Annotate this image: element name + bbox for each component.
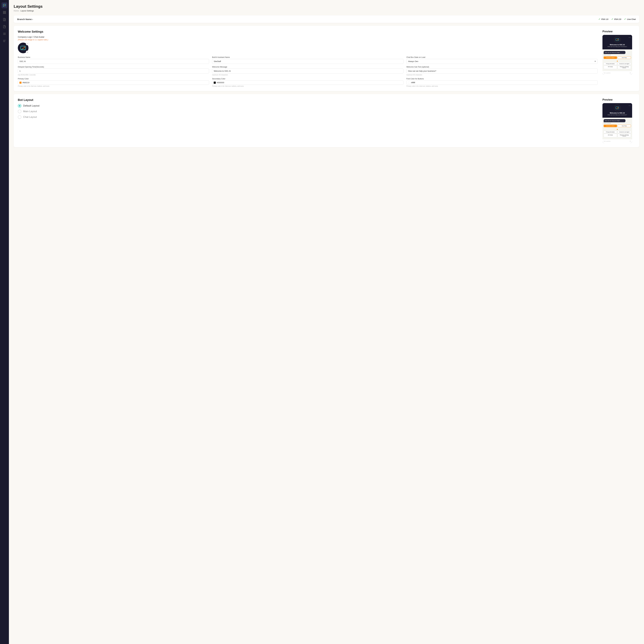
welcome-sub-hint: maximum 50 characters bbox=[406, 74, 598, 76]
radio-main[interactable] bbox=[18, 110, 21, 113]
check-icon-vsa1: ✓ bbox=[598, 18, 600, 20]
font-color-input-wrapper[interactable] bbox=[406, 80, 598, 85]
business-name-input[interactable] bbox=[18, 59, 209, 64]
field-chat-state: Chat Box State on Load Always Oen bbox=[406, 56, 598, 64]
welcome-sub-input[interactable] bbox=[406, 69, 598, 73]
layout-option-default-label: Default Layout bbox=[23, 104, 39, 107]
chat-buttons-row3-1: Job Inquiry Request a Strategy Session bbox=[604, 65, 631, 69]
inquiry-btn-2[interactable]: Job Inquiry bbox=[604, 134, 617, 137]
font-color-text[interactable] bbox=[411, 81, 596, 84]
field-font-color: Font Color for Buttons Primary color is … bbox=[406, 78, 598, 87]
preview1-avatar bbox=[614, 36, 621, 43]
layout-option-chat-label: Chat Layout bbox=[23, 116, 37, 119]
sidebar bbox=[0, 0, 9, 644]
radio-default[interactable] bbox=[18, 104, 21, 108]
pricing-btn-2[interactable]: Pricing Information bbox=[604, 131, 617, 133]
delay-label: Delayed Opening Time(Seconds) bbox=[18, 66, 209, 68]
chat-time-1: SSC 11:05 AM bbox=[604, 54, 631, 55]
field-secondary-color: Secondary Color Primary color is for cha… bbox=[212, 78, 403, 87]
breadcrumb-home[interactable]: Home bbox=[14, 10, 19, 12]
chat-preview-1: — Welcome to SSC.AI How can we help your… bbox=[602, 35, 632, 75]
sidebar-item-doc1[interactable] bbox=[1, 17, 7, 23]
check-icon-livechat: ✓ bbox=[624, 18, 626, 20]
font-color-label: Font Color for Buttons bbox=[406, 78, 598, 80]
schedule-btn-1[interactable]: Schedule a Demo bbox=[604, 56, 617, 59]
chat-buttons-row1-1: Schedule a Demo View FAQs bbox=[604, 56, 631, 59]
minimize-icon-2[interactable]: — bbox=[629, 104, 631, 107]
secondary-color-text[interactable] bbox=[217, 81, 402, 84]
send-icon-2[interactable]: ⊙ bbox=[630, 140, 631, 142]
preview2-welcome-subtitle: How can we help your business? bbox=[604, 114, 630, 116]
radio-chat[interactable] bbox=[18, 115, 21, 119]
main-content: Layout Settings Home - Layout Settings B… bbox=[9, 0, 644, 644]
agent-btn-1[interactable]: Connect to Live Agent bbox=[618, 62, 631, 65]
chat-state-select[interactable]: Always Oen bbox=[406, 59, 598, 64]
agent-btn-2[interactable]: Connect to Live Agent bbox=[618, 131, 631, 133]
business-name-label: Business Name bbox=[18, 56, 209, 58]
branch-bar: Branch Name:- ✓ VSA 1.0 ✓ VSA 2.0 ✓ Live… bbox=[14, 15, 639, 23]
chat-message-2: How can we help you today? bbox=[604, 119, 625, 122]
chat-state-label: Chat Box State on Load bbox=[406, 56, 598, 58]
secondary-color-swatch bbox=[214, 82, 216, 84]
svg-point-18 bbox=[618, 39, 618, 39]
field-welcome-msg: Welcome Message maximum 35 characters bbox=[212, 66, 403, 76]
avatar-delete-button[interactable]: ✕ bbox=[26, 51, 29, 54]
schedule-btn-2[interactable]: Schedule a Demo bbox=[604, 125, 617, 127]
font-color-swatch bbox=[408, 82, 410, 84]
preview2-panel: Preview — Welcome to SSC.AI How can we h… bbox=[602, 98, 635, 143]
breadcrumb-current: Layout Settings bbox=[20, 10, 34, 12]
field-bot-name: Bot/AI Assistant Name bbox=[212, 56, 403, 64]
strategy-btn-1[interactable]: Request a Strategy Session bbox=[618, 65, 631, 69]
inquiry-btn-1[interactable]: Job Inquiry bbox=[604, 65, 617, 69]
sidebar-item-list1[interactable] bbox=[1, 31, 7, 37]
layout-option-default[interactable]: Default Layout bbox=[18, 104, 598, 108]
sidebar-item-list2[interactable] bbox=[1, 38, 7, 44]
preview1-panel: Preview — Welcome to SSC.AI How can we h… bbox=[602, 30, 635, 87]
sidebar-item-chat[interactable] bbox=[1, 2, 7, 8]
svg-point-20 bbox=[618, 107, 618, 108]
radio-inner-default bbox=[19, 105, 20, 107]
check-label-vsa1: VSA 1.0 bbox=[601, 18, 608, 20]
delay-input[interactable] bbox=[18, 69, 209, 73]
secondary-color-input-wrapper[interactable] bbox=[212, 80, 403, 85]
faqs-btn-2[interactable]: View FAQs bbox=[618, 125, 631, 127]
sidebar-item-grid[interactable] bbox=[1, 9, 7, 15]
strategy-btn-2[interactable]: Request a Strategy Session bbox=[618, 134, 631, 137]
minimize-icon-1[interactable]: — bbox=[629, 36, 631, 38]
bot-name-input[interactable] bbox=[212, 59, 403, 64]
chat-buttons-row3-2: Job Inquiry Request a Strategy Session bbox=[604, 134, 631, 137]
field-business-name: Business Name bbox=[18, 56, 209, 64]
layout-option-main[interactable]: Main Layout bbox=[18, 110, 598, 113]
preview1-welcome-title: Welcome to SSC.AI bbox=[604, 44, 630, 46]
chat-preview-2: — Welcome to SSC.AI How can we help your… bbox=[602, 103, 632, 143]
send-icon-1[interactable]: ⊙ bbox=[630, 72, 631, 74]
chat-input-row-2: Ask a question... ⊙ bbox=[602, 139, 632, 143]
preview1-title: Preview bbox=[602, 30, 635, 33]
bot-layout-card: Bot Layout Default Layout Main Layout Ch… bbox=[14, 94, 639, 147]
field-delay: Delayed Opening Time(Seconds) max 60 And… bbox=[18, 66, 209, 76]
field-primary-color: Primary Color Primary color is for chat … bbox=[18, 78, 209, 87]
primary-color-text[interactable] bbox=[22, 81, 207, 84]
layout-options: Default Layout Main Layout Chat Layout bbox=[18, 104, 598, 119]
check-vsa1: ✓ VSA 1.0 bbox=[598, 18, 608, 20]
welcome-msg-input[interactable] bbox=[212, 69, 403, 73]
bot-layout-title: Bot Layout bbox=[18, 98, 598, 102]
layout-option-main-label: Main Layout bbox=[23, 110, 37, 113]
chat-input-placeholder-1: Ask a question... bbox=[604, 72, 629, 73]
avatar-edit-button[interactable]: ✏ bbox=[26, 42, 29, 45]
faqs-btn-1[interactable]: View FAQs bbox=[618, 56, 631, 59]
welcome-msg-hint: maximum 35 characters bbox=[212, 74, 403, 76]
slider-dot-1 bbox=[604, 60, 631, 62]
pricing-btn-1[interactable]: Pricing Information bbox=[604, 62, 617, 65]
welcome-sub-label: Welcome Sub Text (optional) bbox=[406, 66, 598, 68]
primary-color-swatch bbox=[19, 82, 22, 84]
layout-option-chat[interactable]: Chat Layout bbox=[18, 115, 598, 119]
check-label-vsa2: VSA 2.0 bbox=[614, 18, 621, 20]
slider-dot-2 bbox=[604, 128, 631, 130]
primary-color-input-wrapper[interactable] bbox=[18, 80, 209, 85]
welcome-msg-label: Welcome Message bbox=[212, 66, 403, 68]
sidebar-item-doc2[interactable] bbox=[1, 24, 7, 30]
chat-preview-header-1: — Welcome to SSC.AI How can we help your… bbox=[602, 35, 632, 49]
preview2-welcome-title: Welcome to SSC.AI bbox=[604, 112, 630, 114]
svg-rect-4 bbox=[3, 13, 4, 14]
